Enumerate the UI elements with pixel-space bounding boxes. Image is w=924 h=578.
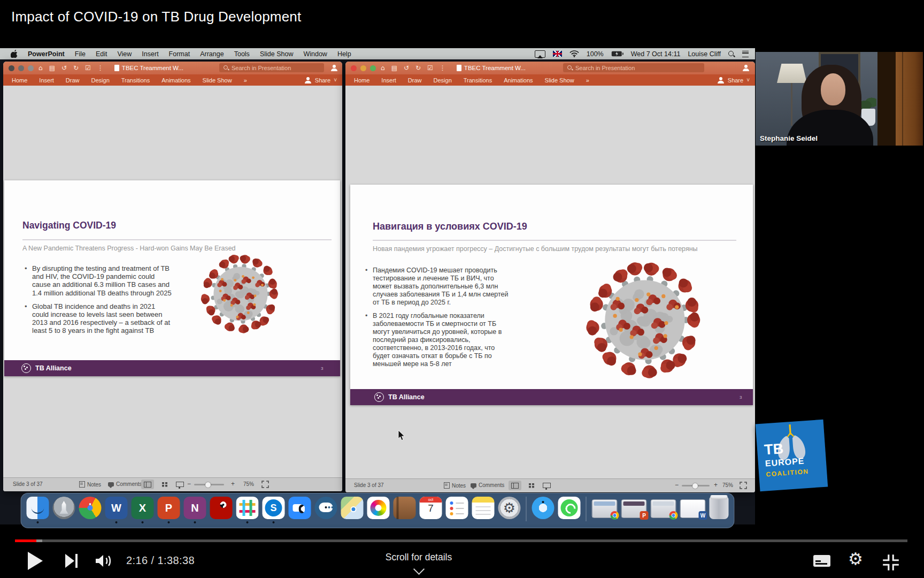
chevron-down-icon[interactable] [413,564,425,575]
spotlight-search-icon[interactable] [728,51,735,57]
progress-bar[interactable] [15,539,907,542]
zoom-in-button[interactable]: + [231,480,235,488]
menu-item-powerpoint[interactable]: PowerPoint [28,50,65,58]
zoom-slider-thumb[interactable] [692,483,698,489]
tab-insert[interactable]: Insert [381,77,396,83]
dock-item-whatsapp[interactable] [558,497,581,519]
dock-item-skype[interactable]: S [263,497,285,519]
tab-design[interactable]: Design [91,77,110,83]
save-icon[interactable]: ▤ [391,62,397,74]
scroll-for-details[interactable]: Scroll for details [338,552,499,563]
menu-item-tools[interactable]: Tools [234,50,250,58]
screen-mirroring-icon[interactable] [535,50,545,58]
menu-item-view[interactable]: View [117,50,132,58]
dock-item-onenote[interactable]: N [184,497,206,519]
zoom-out-button[interactable]: − [187,480,191,488]
close-button[interactable] [351,65,357,71]
dock-minimized-window-meeting[interactable]: P [621,499,647,518]
notes-button[interactable]: Notes [79,481,101,488]
normal-view-button[interactable] [141,480,154,489]
more-tabs-chevron[interactable]: » [244,77,247,83]
menu-bar-user[interactable]: Louise Cliff [688,50,721,58]
tab-transitions[interactable]: Transitions [121,77,150,83]
dock-item-system-preferences[interactable]: ⚙ [498,497,521,519]
toolbar-more-icon[interactable]: ⋮ [440,62,446,74]
keyboard-language-flag-icon[interactable] [553,51,562,57]
tab-design[interactable]: Design [434,77,452,83]
dock-item-powerpoint[interactable]: P [158,497,180,519]
home-icon[interactable]: ⌂ [381,62,385,74]
minimize-button[interactable] [360,65,366,71]
notes-button[interactable]: Notes [444,482,466,489]
close-button[interactable] [9,65,14,71]
zoom-button[interactable] [28,65,34,71]
comments-button[interactable]: Comments [108,481,142,487]
dock-item-calendar[interactable]: oct7 [420,497,442,519]
dock-minimized-document-word[interactable]: W [680,499,706,518]
dock-item-acrobat[interactable] [210,497,233,519]
tab-draw[interactable]: Draw [408,77,422,83]
zoom-out-button[interactable]: − [675,481,679,489]
tab-draw[interactable]: Draw [66,77,80,83]
menu-item-slide-show[interactable]: Slide Show [260,50,294,58]
subtitles-button[interactable] [813,555,830,567]
comments-button[interactable]: Comments [471,482,504,488]
dock-item-safari[interactable] [532,497,555,519]
zoom-slider-thumb[interactable] [205,482,211,488]
redo-icon[interactable]: ↻ [415,62,421,74]
save-icon[interactable]: ▤ [49,62,55,74]
slide-sorter-button[interactable] [525,481,538,490]
dock-item-word[interactable]: W [105,497,128,519]
zoom-level[interactable]: 75% [243,481,254,487]
menu-item-format[interactable]: Format [169,50,190,58]
dock-item-contacts[interactable] [394,497,416,519]
dock-item-notes[interactable] [472,497,495,519]
dock-item-chrome[interactable] [79,497,102,519]
settings-button[interactable]: ⚙ [848,549,863,568]
tab-slide-show[interactable]: Slide Show [203,77,232,83]
zoom-slider[interactable] [194,484,224,485]
share-contact-icon[interactable] [742,65,750,71]
dock-minimized-window-chrome-2[interactable] [651,499,676,518]
ribbon-collapse-chevron[interactable]: ˅ [746,77,750,83]
control-center-icon[interactable] [742,51,749,57]
fit-slide-icon[interactable] [740,482,747,489]
dock-item-excel[interactable]: X [132,497,154,519]
menu-bar-clock[interactable]: Wed 7 Oct 14:11 [631,50,681,58]
dock-item-trash[interactable] [710,497,729,519]
zoom-in-button[interactable]: + [714,481,718,489]
menu-item-window[interactable]: Window [303,50,327,58]
search-input[interactable]: Search in Presentation [219,63,324,72]
battery-icon[interactable] [611,51,623,57]
zoom-slider[interactable] [682,485,710,486]
undo-icon[interactable]: ↺ [404,62,409,74]
dock-minimized-window-chrome[interactable] [592,499,618,518]
menu-item-file[interactable]: File [75,50,86,58]
tab-animations[interactable]: Animations [161,77,190,83]
play-button[interactable] [28,552,43,570]
undo-icon[interactable]: ↺ [61,62,67,74]
menu-item-edit[interactable]: Edit [96,50,107,58]
dock-item-messages[interactable] [315,497,337,519]
apple-icon[interactable] [11,50,18,58]
ribbon-collapse-chevron[interactable]: ˅ [334,77,337,83]
zoom-button[interactable] [370,65,376,71]
share-contact-icon[interactable] [330,65,338,71]
dock-item-slack[interactable] [236,497,259,519]
tab-transitions[interactable]: Transitions [464,77,492,83]
tab-animations[interactable]: Animations [504,77,533,83]
tab-home[interactable]: Home [12,77,27,83]
volume-icon[interactable] [94,553,114,568]
dock-item-photos[interactable] [367,497,390,519]
tab-home[interactable]: Home [354,77,369,83]
menu-item-arrange[interactable]: Arrange [200,50,224,58]
proofing-icon[interactable]: ☑ [427,62,433,74]
search-input[interactable]: Search in Presentation [563,63,704,72]
dock-item-reminders[interactable] [446,497,468,519]
slideshow-button[interactable] [540,481,553,490]
exit-fullscreen-button[interactable] [881,553,900,572]
redo-icon[interactable]: ↻ [73,62,79,74]
fit-slide-icon[interactable] [261,481,269,488]
zoom-level[interactable]: 75% [722,482,733,488]
dock-item-maps[interactable] [341,497,364,519]
